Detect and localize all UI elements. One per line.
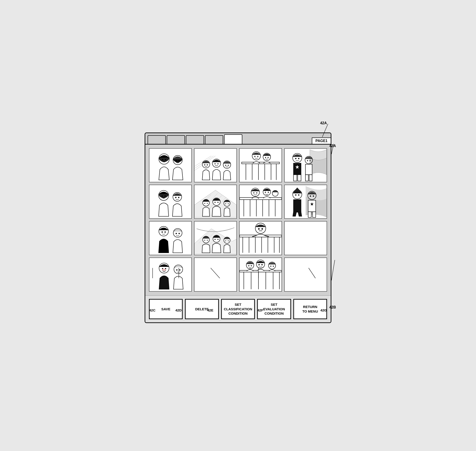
svg-rect-69 bbox=[240, 198, 281, 200]
tab-3[interactable] bbox=[186, 135, 204, 144]
photo-cell-4[interactable] bbox=[284, 148, 327, 182]
svg-point-49 bbox=[161, 195, 163, 197]
svg-point-96 bbox=[161, 232, 163, 233]
svg-point-42 bbox=[307, 160, 308, 161]
set-classification-button[interactable]: SETCLASSIFICATIONCONDITION bbox=[221, 299, 255, 319]
svg-rect-126 bbox=[149, 259, 191, 290]
svg-point-81 bbox=[268, 192, 269, 193]
svg-point-89 bbox=[310, 195, 311, 197]
page-label: PAGE1 bbox=[312, 138, 331, 144]
svg-point-85 bbox=[295, 194, 297, 196]
photo-cell-15[interactable] bbox=[239, 257, 282, 292]
svg-point-30 bbox=[257, 156, 259, 157]
svg-rect-39 bbox=[294, 175, 297, 181]
tab-1[interactable] bbox=[148, 135, 166, 144]
svg-rect-0 bbox=[149, 150, 191, 181]
tab-5-active[interactable] bbox=[224, 134, 242, 144]
label-42e: 42E bbox=[207, 308, 213, 312]
svg-point-100 bbox=[178, 233, 180, 234]
svg-point-148 bbox=[261, 264, 263, 265]
photo-cell-9[interactable] bbox=[149, 221, 192, 255]
main-panel: PAGE1 bbox=[145, 132, 331, 323]
label-42c: 42C bbox=[149, 308, 156, 312]
photo-cell-10[interactable] bbox=[194, 221, 237, 255]
svg-point-144 bbox=[248, 265, 249, 266]
svg-rect-94 bbox=[149, 222, 191, 254]
svg-rect-44 bbox=[305, 164, 312, 175]
svg-point-52 bbox=[175, 197, 177, 198]
tab-2[interactable] bbox=[167, 135, 185, 144]
svg-point-134 bbox=[179, 269, 181, 271]
svg-point-19 bbox=[228, 165, 229, 166]
svg-rect-47 bbox=[149, 186, 191, 217]
svg-point-16 bbox=[217, 163, 219, 165]
svg-point-53 bbox=[178, 197, 179, 198]
svg-point-113 bbox=[228, 240, 229, 241]
svg-point-66 bbox=[225, 204, 226, 204]
svg-point-32 bbox=[265, 157, 266, 158]
svg-point-18 bbox=[225, 165, 226, 166]
svg-point-133 bbox=[176, 269, 178, 271]
svg-point-12 bbox=[204, 164, 205, 165]
svg-point-60 bbox=[204, 203, 205, 204]
svg-point-131 bbox=[164, 269, 165, 270]
svg-point-80 bbox=[265, 192, 266, 193]
svg-point-4 bbox=[165, 159, 166, 161]
svg-point-43 bbox=[310, 160, 311, 161]
svg-point-86 bbox=[298, 194, 299, 196]
svg-point-67 bbox=[228, 204, 229, 204]
svg-point-90 bbox=[313, 195, 314, 197]
photo-cell-7[interactable] bbox=[239, 185, 282, 219]
delete-button[interactable]: DELETE bbox=[185, 299, 219, 319]
svg-point-63 bbox=[215, 202, 216, 203]
svg-point-77 bbox=[253, 192, 254, 194]
svg-rect-45 bbox=[305, 175, 308, 181]
photo-grid bbox=[149, 148, 327, 292]
svg-rect-91 bbox=[308, 200, 316, 212]
photo-cell-1[interactable] bbox=[149, 148, 192, 182]
svg-point-107 bbox=[207, 240, 208, 241]
photo-grid-area bbox=[145, 144, 331, 295]
photo-cell-3[interactable] bbox=[239, 148, 282, 182]
svg-point-125 bbox=[261, 228, 263, 230]
svg-rect-46 bbox=[309, 175, 312, 181]
svg-point-64 bbox=[217, 202, 219, 203]
svg-rect-87 bbox=[294, 200, 301, 212]
label-42f: 42F bbox=[257, 308, 263, 312]
svg-rect-92 bbox=[308, 212, 311, 217]
photo-cell-14 bbox=[194, 257, 237, 292]
svg-point-15 bbox=[215, 163, 216, 165]
svg-point-130 bbox=[162, 269, 164, 270]
svg-point-50 bbox=[165, 195, 166, 197]
svg-point-106 bbox=[204, 240, 205, 241]
svg-rect-38 bbox=[294, 163, 301, 175]
svg-point-99 bbox=[176, 233, 177, 234]
outer-wrapper: 42A 42A 42B 42C 42D 42E 42F 42G PAGE1 bbox=[135, 119, 341, 332]
label-42g: 42G bbox=[320, 308, 327, 312]
svg-rect-21 bbox=[242, 162, 279, 164]
label-42a-top: 42A bbox=[320, 121, 327, 125]
svg-point-37 bbox=[298, 158, 299, 159]
svg-rect-40 bbox=[298, 175, 301, 181]
svg-point-112 bbox=[225, 240, 226, 241]
svg-point-97 bbox=[165, 232, 166, 233]
svg-point-36 bbox=[295, 158, 297, 159]
svg-point-145 bbox=[251, 265, 252, 266]
tab-4[interactable] bbox=[205, 135, 223, 144]
photo-cell-13[interactable] bbox=[149, 257, 192, 292]
photo-cell-2[interactable] bbox=[194, 148, 237, 182]
photo-cell-12[interactable] bbox=[284, 221, 327, 255]
photo-cell-8[interactable] bbox=[284, 185, 327, 219]
photo-cell-6[interactable] bbox=[194, 185, 237, 219]
svg-point-61 bbox=[207, 203, 208, 204]
svg-point-29 bbox=[254, 156, 255, 157]
svg-line-154 bbox=[331, 260, 335, 281]
svg-point-5 bbox=[176, 160, 177, 161]
svg-point-150 bbox=[270, 266, 272, 267]
photo-cell-11[interactable] bbox=[239, 221, 282, 255]
svg-point-124 bbox=[258, 228, 260, 230]
svg-point-151 bbox=[273, 266, 274, 267]
photo-cell-16 bbox=[284, 257, 327, 292]
svg-point-6 bbox=[178, 160, 180, 161]
photo-cell-5[interactable] bbox=[149, 185, 192, 219]
